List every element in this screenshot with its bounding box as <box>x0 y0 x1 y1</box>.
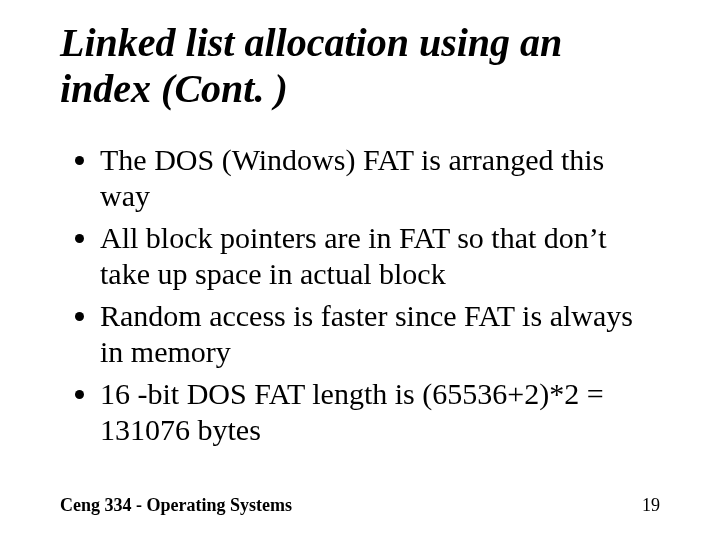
footer-page-number: 19 <box>642 495 660 516</box>
slide: Linked list allocation using an index (C… <box>0 0 720 540</box>
list-item: Random access is faster since FAT is alw… <box>100 298 660 370</box>
footer-course: Ceng 334 - Operating Systems <box>60 495 292 516</box>
list-item: All block pointers are in FAT so that do… <box>100 220 660 292</box>
slide-title: Linked list allocation using an index (C… <box>60 20 660 112</box>
list-item: 16 -bit DOS FAT length is (65536+2)*2 = … <box>100 376 660 448</box>
list-item: The DOS (Windows) FAT is arranged this w… <box>100 142 660 214</box>
bullet-list: The DOS (Windows) FAT is arranged this w… <box>60 142 660 448</box>
